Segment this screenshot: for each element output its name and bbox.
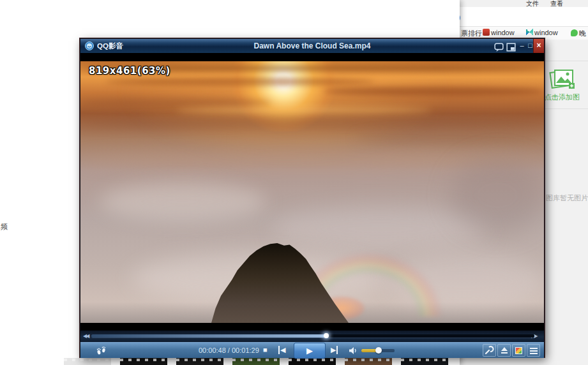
cloud-puff (100, 182, 266, 221)
resolution-overlay-text: 819x461(63%) (89, 65, 170, 77)
filmstrip-thumb (289, 358, 336, 365)
chat-bubble-icon (571, 29, 578, 36)
next-button[interactable]: ▶ (331, 346, 338, 354)
side-app-toolbar (458, 7, 588, 27)
player-control-bar: 00:00:48 / 00:01:29 ■ ◀ ▶ ▶ (80, 342, 544, 358)
filmstrip-thumb (232, 358, 280, 365)
volume-knob[interactable] (375, 347, 382, 354)
bookmark-icon (483, 29, 490, 36)
previous-button[interactable]: ◀ (278, 346, 285, 354)
snapshot-button[interactable] (512, 344, 525, 357)
play-button[interactable]: ▶ (294, 343, 326, 359)
eject-button[interactable] (497, 344, 511, 357)
stop-button[interactable]: ■ (263, 346, 268, 354)
video-area[interactable]: 819x461(63%) (80, 53, 544, 331)
gallery-empty-label: 图库暂无图片 (546, 193, 588, 203)
mini-mode-icon[interactable] (506, 42, 516, 52)
filmstrip-thumb (345, 358, 392, 365)
video-frame: 819x461(63%) (80, 61, 544, 323)
playlist-button[interactable] (527, 344, 540, 357)
volume-slider[interactable] (361, 349, 395, 352)
filmstrip-thumb (64, 358, 111, 365)
side-app-menubar: 文件 查看 (458, 0, 588, 7)
filmstrip-thumb (401, 358, 448, 365)
screen: { "explorer": { "contextual_tab": "视频工具"… (0, 0, 588, 365)
cloud-shadow (451, 157, 544, 234)
add-image-icon[interactable] (549, 66, 575, 91)
volume-icon[interactable] (349, 346, 358, 355)
eject-icon (501, 347, 508, 351)
seek-playhead[interactable] (324, 333, 329, 338)
sidebar-item-fragment-selected[interactable]: 频 (1, 222, 8, 232)
bookmark-item[interactable]: window (483, 29, 515, 36)
seek-bar-row: ◀◀ ▶▶ (80, 331, 544, 342)
footprint-icon[interactable] (96, 345, 107, 356)
cloud-streak (80, 117, 544, 129)
player-titlebar[interactable]: QQ影音 Dawn Above the Cloud Sea.mp4 – □ × (80, 39, 544, 53)
settings-wrench-button[interactable] (483, 344, 496, 357)
bookmark-item[interactable]: window (526, 29, 558, 36)
bookmark-item[interactable]: 票排行 (461, 29, 482, 38)
player-title: Dawn Above the Cloud Sea.mp4 (80, 41, 544, 50)
qq-player-window: QQ影音 Dawn Above the Cloud Sea.mp4 – □ × (80, 38, 545, 357)
bottom-filmstrip (64, 358, 457, 365)
time-display: 00:00:48 / 00:01:29 (199, 346, 259, 354)
filmstrip-thumb (176, 358, 223, 365)
seek-bar[interactable] (91, 334, 534, 338)
cloud-streak (106, 78, 374, 86)
bookmark-icon (526, 29, 533, 36)
seek-progress (91, 334, 326, 338)
cloud-streak (176, 107, 432, 114)
feedback-bubble-icon[interactable] (494, 42, 504, 52)
bookmarks-bar: 票排行 window window 晚 (458, 27, 588, 40)
cloud-streak (355, 131, 544, 144)
filmstrip-thumb (120, 358, 167, 365)
bookmark-item[interactable]: 晚 (571, 29, 586, 38)
image-icon (515, 347, 522, 354)
add-image-label[interactable]: 点击添加图 (545, 93, 588, 102)
playlist-icon (530, 348, 538, 354)
cloud-streak (323, 87, 544, 96)
player-close-button[interactable]: × (533, 39, 544, 53)
eject-icon-bar (501, 352, 508, 354)
seek-back-icon[interactable]: ◀◀ (83, 333, 88, 339)
